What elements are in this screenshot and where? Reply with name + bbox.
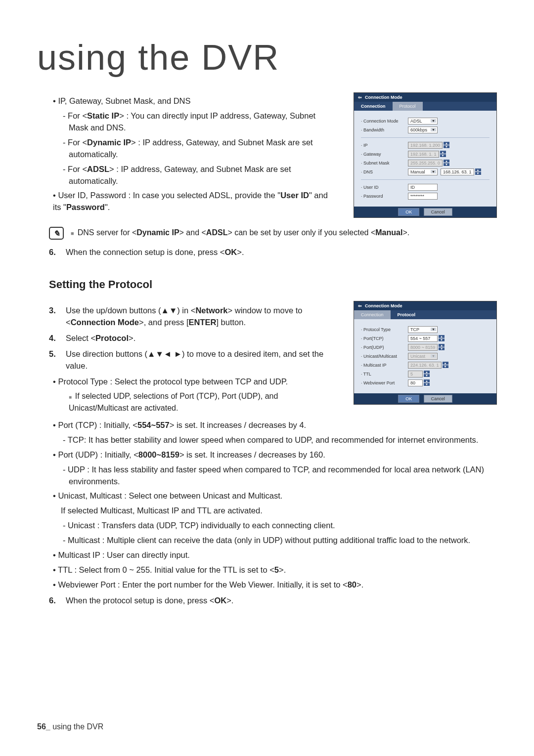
label-ip: IP bbox=[361, 143, 408, 148]
page-footer: 56_ using the DVR bbox=[37, 722, 103, 731]
userid-field[interactable]: ID bbox=[408, 184, 438, 191]
cancel-button[interactable]: Cancel bbox=[424, 208, 452, 216]
bullet-adsl: For <ADSL> : IP address, Gateway, and Su… bbox=[69, 164, 334, 187]
label-conn-mode: Connection Mode bbox=[361, 119, 408, 124]
label-protocol-type: Protocol Type bbox=[361, 327, 408, 332]
protocol-type-select[interactable]: TCP bbox=[408, 326, 438, 333]
bullet-uni-multi: Unicast, Multicast : Select one between … bbox=[53, 490, 497, 502]
label-ttl: TTL bbox=[361, 372, 408, 377]
dns-field[interactable]: 168.126. 63. 1 bbox=[441, 168, 474, 175]
tab-protocol[interactable]: Protocol bbox=[393, 102, 423, 111]
bullet-port-udp: Port (UDP) : Initially, <8000~8159> is s… bbox=[53, 449, 497, 461]
label-password: Password bbox=[361, 194, 408, 199]
port-tcp-spinner[interactable]: ▲▼ bbox=[439, 335, 445, 342]
label-subnet: Subnet Mask bbox=[361, 161, 408, 166]
connection-mode-dialog-1: ⇦Connection Mode Connection Protocol Con… bbox=[354, 92, 497, 218]
bullet-uni-multi-2: If selected Multicast, Multicast IP and … bbox=[61, 505, 497, 517]
dialog2-title: ⇦Connection Mode bbox=[354, 301, 496, 310]
connection-mode-dialog-2: ⇦Connection Mode Connection Protocol Pro… bbox=[354, 301, 497, 405]
bullet-userid-pwd: User ID, Password : In case you selected… bbox=[53, 190, 334, 213]
ttl-field[interactable]: 5 bbox=[408, 371, 423, 378]
gateway-spinner[interactable]: ▲▼ bbox=[440, 151, 446, 158]
bullet-udp-desc: UDP : It has less stability and faster s… bbox=[69, 464, 497, 488]
ttl-spinner[interactable]: ▲▼ bbox=[424, 371, 430, 378]
multicast-ip-field[interactable]: 224.126. 63. 1 bbox=[408, 362, 442, 369]
label-multicast-ip: Multicast IP bbox=[361, 363, 408, 368]
tab-protocol-2[interactable]: Protocol bbox=[391, 310, 423, 319]
dialog1-title: ⇦Connection Mode bbox=[354, 93, 496, 102]
step-5: 5. Use direction buttons (▲▼◄ ►) to move… bbox=[49, 348, 334, 372]
bullet-protocol-type: Protocol Type : Select the protocol type… bbox=[53, 376, 334, 388]
note-dns: DNS server for <Dynamic IP> and <ADSL> c… bbox=[71, 227, 497, 238]
bullet-unicast-desc: Unicast : Transfers data (UDP, TCP) indi… bbox=[69, 520, 497, 532]
cancel-button-2[interactable]: Cancel bbox=[424, 395, 452, 403]
tab-connection[interactable]: Connection bbox=[354, 102, 393, 111]
step-6a: 6. When the connection setup is done, pr… bbox=[49, 247, 497, 258]
bullet-ip-gw: IP, Gateway, Subnet Mask, and DNS bbox=[53, 95, 334, 107]
bandwidth-select[interactable]: 600kbps bbox=[408, 126, 438, 133]
label-webviewer-port: Webviewer Port bbox=[361, 380, 408, 385]
back-icon[interactable]: ⇦ bbox=[358, 303, 362, 308]
unimulti-select[interactable]: Unicast bbox=[408, 353, 438, 360]
port-udp-spinner[interactable]: ▲▼ bbox=[439, 344, 445, 351]
step-6b: 6. When the protocol setup is done, pres… bbox=[49, 595, 497, 607]
label-unicast-multicast: Unicast/Multicast bbox=[361, 354, 408, 359]
bullet-port-tcp: Port (TCP) : Initially, <554~557> is set… bbox=[53, 420, 497, 431]
tab-connection-2[interactable]: Connection bbox=[354, 310, 391, 319]
dns-spinner[interactable]: ▲▼ bbox=[475, 168, 481, 175]
label-userid: User ID bbox=[361, 185, 408, 190]
ip-field[interactable]: 192.168. 1.200 bbox=[408, 142, 443, 149]
gateway-field[interactable]: 192.168. 1. 1 bbox=[408, 151, 439, 158]
webviewer-port-field[interactable]: 80 bbox=[408, 379, 423, 386]
bullet-multicast-ip: Multicast IP : User can directly input. bbox=[53, 549, 497, 561]
bullet-static-ip: For <Static IP> : You can directly input… bbox=[69, 110, 334, 134]
page-title: using the DVR bbox=[37, 37, 497, 78]
label-dns: DNS bbox=[361, 169, 408, 174]
webviewer-port-spinner[interactable]: ▲▼ bbox=[424, 379, 430, 386]
subnet-field[interactable]: 255.255.255. 0 bbox=[408, 160, 443, 167]
port-udp-field[interactable]: 8000 ~ 8159 bbox=[408, 344, 438, 351]
heading-setting-protocol: Setting the Protocol bbox=[49, 278, 497, 291]
port-tcp-field[interactable]: 554 ~ 557 bbox=[408, 335, 438, 342]
bullet-tcp-desc: TCP: It has better stability and lower s… bbox=[69, 434, 497, 446]
password-field[interactable]: ******** bbox=[408, 193, 438, 200]
conn-mode-select[interactable]: ADSL bbox=[408, 118, 438, 125]
label-gateway: Gateway bbox=[361, 152, 408, 157]
note-udp-selections: If selected UDP, selections of Port (TCP… bbox=[69, 390, 334, 413]
section1-text: IP, Gateway, Subnet Mask, and DNS For <S… bbox=[37, 92, 334, 216]
ok-button-2[interactable]: OK bbox=[398, 395, 419, 403]
bullet-webviewer-port: Webviewer Port : Enter the port number f… bbox=[53, 579, 497, 591]
step-3: 3. Use the up/down buttons (▲▼) in <Netw… bbox=[49, 305, 334, 329]
note-icon: ✎ bbox=[49, 227, 64, 240]
label-port-udp: Port(UDP) bbox=[361, 345, 408, 350]
dns-mode-select[interactable]: Manual bbox=[408, 168, 438, 175]
subnet-spinner[interactable]: ▲▼ bbox=[444, 160, 449, 167]
bullet-dynamic-ip: For <Dynamic IP> : IP address, Gateway, … bbox=[69, 137, 334, 161]
ok-button[interactable]: OK bbox=[398, 208, 419, 216]
label-bandwidth: Bandwidth bbox=[361, 127, 408, 132]
back-icon[interactable]: ⇦ bbox=[358, 95, 362, 100]
ip-spinner[interactable]: ▲▼ bbox=[444, 142, 449, 149]
label-port-tcp: Port(TCP) bbox=[361, 336, 408, 341]
bullet-ttl: TTL : Select from 0 ~ 255. Initial value… bbox=[53, 564, 497, 576]
bullet-multicast-desc: Multicast : Multiple client can receive … bbox=[69, 535, 497, 546]
multicast-ip-spinner[interactable]: ▲▼ bbox=[443, 362, 448, 369]
step-4: 4. Select <Protocol>. bbox=[49, 333, 334, 344]
